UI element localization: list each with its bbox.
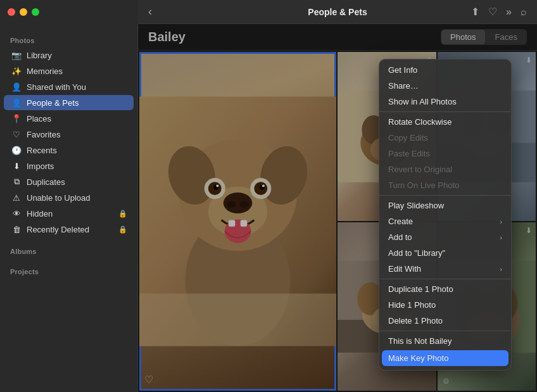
places-icon: 📍: [11, 113, 22, 123]
edit-with-arrow-icon: ›: [500, 265, 502, 273]
duplicates-icon: ⧉: [11, 177, 22, 187]
sidebar-item-places[interactable]: 📍 Places: [4, 111, 134, 126]
heart-icon[interactable]: ♡: [488, 6, 497, 18]
favorites-icon: ♡: [11, 129, 22, 139]
menu-separator-1: [379, 111, 511, 112]
back-button[interactable]: ‹: [148, 5, 152, 18]
sidebar-item-label: Favorites: [27, 130, 127, 139]
sidebar-section-albums: Albums: [0, 243, 137, 258]
sidebar-item-library[interactable]: 📷 Library: [4, 47, 134, 63]
hidden-icon: 👁: [11, 208, 22, 218]
sidebar-item-label: Library: [27, 51, 127, 60]
menu-duplicate-photo[interactable]: Duplicate 1 Photo: [379, 281, 511, 297]
menu-play-slideshow[interactable]: Play Slideshow: [379, 198, 511, 213]
sidebar-item-label: Places: [27, 114, 127, 123]
sidebar-section-photos: Photos: [0, 32, 137, 47]
sidebar-item-label: Imports: [27, 161, 127, 171]
close-button[interactable]: [8, 8, 15, 16]
add-to-arrow-icon: ›: [500, 234, 502, 241]
titlebar-left: ‹: [148, 5, 152, 18]
menu-separator-2: [379, 195, 511, 196]
maximize-button[interactable]: [32, 8, 39, 16]
create-arrow-icon: ›: [500, 218, 502, 225]
menu-paste-edits: Paste Edits: [379, 146, 511, 161]
trash-icon: 🗑: [11, 224, 22, 234]
menu-delete-photo[interactable]: Delete 1 Photo: [379, 313, 511, 329]
sidebar-item-label: Duplicates: [27, 177, 127, 187]
menu-get-info[interactable]: Get Info: [379, 62, 511, 78]
sidebar-section-projects: Projects: [0, 263, 137, 278]
sidebar-item-people-pets[interactable]: 👤 People & Pets: [4, 95, 134, 110]
people-icon: 👤: [11, 98, 22, 108]
search-icon[interactable]: ⌕: [521, 6, 527, 18]
menu-add-to-library[interactable]: Add to "Library": [379, 245, 511, 261]
context-menu: Get Info Share… Show in All Photos Rotat…: [379, 59, 512, 370]
titlebar-title: People & Pets: [308, 7, 367, 17]
menu-share[interactable]: Share…: [379, 78, 511, 94]
menu-rotate-clockwise[interactable]: Rotate Clockwise: [379, 114, 511, 130]
sidebar-item-imports[interactable]: ⬇ Imports: [4, 158, 134, 174]
sidebar-item-label: Memories: [27, 66, 127, 76]
titlebar: ‹ People & Pets ⬆ ♡ » ⌕: [138, 0, 537, 24]
sidebar-item-label: Recently Deleted: [27, 225, 113, 234]
sidebar-item-shared-with-you[interactable]: 👤 Shared with You: [4, 79, 134, 94]
sidebar-item-hidden[interactable]: 👁 Hidden 🔒: [4, 206, 134, 221]
sidebar-item-favorites[interactable]: ♡ Favorites: [4, 127, 134, 142]
menu-turn-on-live-photo: Turn On Live Photo: [379, 177, 511, 193]
sidebar-item-recents[interactable]: 🕐 Recents: [4, 142, 134, 158]
menu-copy-edits: Copy Edits: [379, 130, 511, 146]
unable-icon: ⚠: [11, 193, 22, 203]
sidebar-item-memories[interactable]: ✨ Memories: [4, 63, 134, 79]
memories-icon: ✨: [11, 66, 22, 76]
traffic-lights: [0, 0, 138, 24]
library-icon: 📷: [11, 50, 22, 60]
recents-icon: 🕐: [11, 145, 22, 155]
menu-create[interactable]: Create ›: [379, 213, 511, 229]
sidebar-item-label: People & Pets: [27, 98, 127, 108]
main-content: Bailey Photos Faces: [138, 24, 537, 392]
more-icon[interactable]: »: [506, 6, 512, 18]
share-icon[interactable]: ⬆: [471, 6, 479, 18]
sidebar-item-label: Unable to Upload: [27, 193, 127, 203]
menu-hide-photo[interactable]: Hide 1 Photo: [379, 297, 511, 313]
hidden-lock-badge: 🔒: [118, 210, 127, 218]
menu-make-key-photo[interactable]: Make Key Photo: [382, 350, 509, 366]
menu-show-in-all-photos[interactable]: Show in All Photos: [379, 94, 511, 110]
sidebar-item-label: Recents: [27, 146, 127, 155]
menu-separator-3: [379, 279, 511, 279]
sidebar: Photos 📷 Library ✨ Memories 👤 Shared wit…: [0, 0, 138, 392]
sidebar-item-unable-to-upload[interactable]: ⚠ Unable to Upload: [4, 190, 134, 205]
sidebar-item-duplicates[interactable]: ⧉ Duplicates: [4, 174, 134, 189]
minimize-button[interactable]: [20, 8, 27, 16]
menu-revert-to-original: Revert to Original: [379, 161, 511, 177]
menu-add-to[interactable]: Add to ›: [379, 229, 511, 245]
imports-icon: ⬇: [11, 161, 22, 171]
menu-edit-with[interactable]: Edit With ›: [379, 261, 511, 277]
sidebar-item-label: Shared with You: [27, 82, 127, 92]
titlebar-right: ⬆ ♡ » ⌕: [471, 6, 527, 18]
sidebar-item-recently-deleted[interactable]: 🗑 Recently Deleted 🔒: [4, 222, 134, 237]
sidebar-item-label: Hidden: [27, 209, 113, 218]
shared-icon: 👤: [11, 82, 22, 92]
menu-this-is-not-bailey[interactable]: This is Not Bailey: [379, 333, 511, 349]
menu-separator-4: [379, 331, 511, 331]
deleted-lock-badge: 🔒: [118, 225, 127, 234]
